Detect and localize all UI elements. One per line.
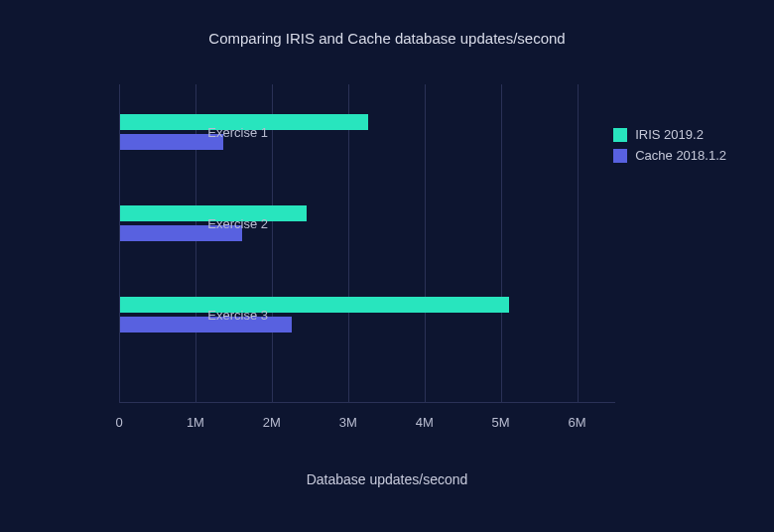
y-category-label: Exercise 3 (207, 308, 268, 323)
gridline (578, 84, 579, 402)
y-category-label: Exercise 2 (207, 216, 268, 231)
x-tick-label: 2M (263, 415, 281, 430)
x-axis-label: Database updates/second (0, 471, 774, 487)
x-tick-label: 0 (115, 415, 122, 430)
legend-item-iris: IRIS 2019.2 (613, 127, 726, 142)
x-tick-label: 6M (569, 415, 586, 430)
legend-swatch-icon (613, 128, 627, 142)
legend-label: IRIS 2019.2 (635, 127, 704, 142)
gridline (195, 84, 196, 402)
gridline (348, 84, 349, 402)
legend-swatch-icon (613, 149, 627, 163)
x-axis-line (119, 402, 615, 403)
chart-title: Comparing IRIS and Cache database update… (0, 0, 774, 47)
gridline (501, 84, 502, 402)
gridline (425, 84, 426, 402)
bar-iris (120, 297, 509, 313)
x-tick-label: 3M (339, 415, 357, 430)
legend-item-cache: Cache 2018.1.2 (613, 148, 726, 163)
x-tick-label: 5M (492, 415, 510, 430)
x-tick-label: 4M (416, 415, 434, 430)
y-category-label: Exercise 1 (207, 125, 268, 140)
legend: IRIS 2019.2 Cache 2018.1.2 (613, 127, 726, 169)
legend-label: Cache 2018.1.2 (635, 148, 726, 163)
gridline (272, 84, 273, 402)
y-axis-line (119, 84, 120, 402)
plot-area (119, 84, 615, 402)
x-tick-label: 1M (187, 415, 204, 430)
